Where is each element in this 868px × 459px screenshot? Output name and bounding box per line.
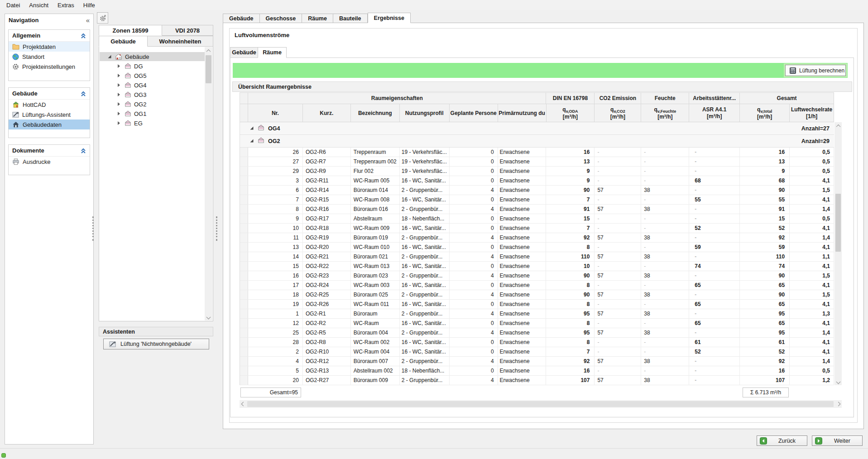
table-row[interactable]: 29OG2-R9Flur 00219 - Verkehrsfläc...0Erw… xyxy=(240,167,834,176)
table-row[interactable]: 14OG2-R21Büroraum 0212 - Gruppenbür...4E… xyxy=(240,252,834,262)
menu-ansicht[interactable]: Ansicht xyxy=(24,0,53,10)
chevron-double-up-icon[interactable] xyxy=(81,148,86,154)
tab-main-bauteile[interactable]: Bauteile xyxy=(333,14,368,23)
menu-datei[interactable]: Datei xyxy=(2,0,24,10)
weiter-button[interactable]: Weiter xyxy=(812,435,863,446)
scroll-right-icon[interactable] xyxy=(834,400,842,408)
table-row[interactable]: 16OG2-R23Büroraum 0232 - Gruppenbür...4E… xyxy=(240,271,834,281)
colgroup-raumeigenschaften[interactable]: Raumeigenschaften xyxy=(248,92,547,104)
table-row[interactable]: 12OG2-R2WC-Raum16 - WC, Sanitär...0Erwac… xyxy=(240,319,834,328)
table-scrollbar-horizontal[interactable] xyxy=(240,400,842,408)
tree-item-eg[interactable]: EG xyxy=(100,119,205,128)
tab-main-geschosse[interactable]: Geschosse xyxy=(260,14,302,23)
tree-item-root[interactable]: Gebäude xyxy=(100,52,205,61)
table-row[interactable]: 13OG2-R20WC-Raum 01016 - WC, Sanitär...0… xyxy=(240,243,834,252)
table-scrollbar-vertical[interactable] xyxy=(834,122,842,385)
table-row[interactable]: 7OG2-R15WC-Raum 00816 - WC, Sanitär...0E… xyxy=(240,195,834,205)
table-row[interactable]: 8OG2-R16Büroraum 0162 - Gruppenbür...4Er… xyxy=(240,205,834,214)
group-row-og2[interactable]: OG2Anzahl=29 xyxy=(240,135,834,148)
collapsed-arrow-icon[interactable] xyxy=(116,73,121,78)
scroll-down-icon[interactable] xyxy=(834,378,842,385)
tab-gebaeude[interactable]: Gebäude xyxy=(99,36,148,47)
table-row[interactable]: 25OG2-R5Büroraum 0042 - Gruppenbür...4Er… xyxy=(240,328,834,338)
tab-results-raeume[interactable]: Räume xyxy=(258,47,287,58)
table-row[interactable]: 9OG2-R17Abstellraum18 - Nebenfläch...0Er… xyxy=(240,214,834,224)
menu-hilfe[interactable]: Hilfe xyxy=(79,0,100,10)
column-header-bez[interactable]: Bezeichnung xyxy=(351,104,400,122)
table-row[interactable]: 11OG2-R19Büroraum 0192 - Gruppenbür...4E… xyxy=(240,233,834,243)
menu-extras[interactable]: Extras xyxy=(53,0,79,10)
scroll-down-icon[interactable] xyxy=(205,313,212,320)
column-header-prim[interactable]: Primärnutzung du xyxy=(498,104,547,122)
nav-item-projekteinstellungen[interactable]: Projekteinstellungen xyxy=(9,62,90,72)
tab-main-raeume[interactable]: Räume xyxy=(302,14,333,23)
nav-item-lueftungs-assistent[interactable]: Lüftungs-Assistent xyxy=(9,110,90,120)
tree-scrollbar[interactable] xyxy=(205,47,212,320)
zurueck-button[interactable]: Zurück xyxy=(757,435,807,446)
table-row[interactable]: 6OG2-R14Büroraum 0142 - Gruppenbür...4Er… xyxy=(240,186,834,195)
colgroup-gesamt[interactable]: Gesamt xyxy=(740,92,834,104)
scrollbar-thumb[interactable] xyxy=(247,401,834,407)
tab-zonen-18599[interactable]: Zonen 18599 xyxy=(99,25,162,36)
splitter-handle[interactable] xyxy=(92,216,94,241)
column-header-nr[interactable]: Nr. xyxy=(248,104,303,122)
table-row[interactable]: 10OG2-R18WC-Raum 00916 - WC, Sanitär...0… xyxy=(240,224,834,233)
collapsed-arrow-icon[interactable] xyxy=(116,102,121,106)
expanded-arrow-icon[interactable] xyxy=(249,126,254,130)
scroll-left-icon[interactable] xyxy=(240,400,247,408)
table-row[interactable]: 18OG2-R25Büroraum 0252 - Gruppenbür...4E… xyxy=(240,290,834,300)
nav-item-projektdaten[interactable]: Projektdaten xyxy=(9,42,90,52)
table-row[interactable]: 15OG2-R22WC-Raum 01316 - WC, Sanitär...0… xyxy=(240,262,834,271)
column-header-feuchte[interactable]: qv,Feuchte[m³/h] xyxy=(641,104,689,122)
table-row[interactable]: 3OG2-R11WC-Raum 00516 - WC, Sanitär...0E… xyxy=(240,176,834,186)
nav-item-hottcad[interactable]: HottCAD xyxy=(9,100,90,110)
splitter-handle[interactable] xyxy=(216,216,217,241)
table-row[interactable]: 20OG2-R27Büroraum 0092 - Gruppenbür...4E… xyxy=(240,376,834,385)
table-row[interactable]: 28OG2-R8WC-Raum 00216 - WC, Sanitär...0E… xyxy=(240,338,834,347)
table-row[interactable]: 2OG2-R10WC-Raum 00416 - WC, Sanitär...0E… xyxy=(240,347,834,357)
collapsed-arrow-icon[interactable] xyxy=(116,121,121,125)
table-row[interactable]: 17OG2-R24WC-Raum 00316 - WC, Sanitär...0… xyxy=(240,281,834,290)
expanded-arrow-icon[interactable] xyxy=(107,54,112,59)
chevron-double-up-icon[interactable] xyxy=(81,33,86,39)
table-row[interactable]: 27OG2-R7Treppenraum 00219 - Verkehrsfläc… xyxy=(240,157,834,167)
tab-main-ergebnisse[interactable]: Ergebnisse xyxy=(368,13,411,23)
column-header-kurz[interactable]: Kurz. xyxy=(303,104,351,122)
tab-results-gebaeude[interactable]: Gebäude xyxy=(230,47,258,58)
column-header-rate[interactable]: Luftwechselrate[1/h] xyxy=(790,104,834,122)
tree-item-og4[interactable]: OG4 xyxy=(100,81,205,90)
table-row[interactable]: 4OG2-R12Büroraum 0072 - Gruppenbür...4Er… xyxy=(240,357,834,366)
table-row[interactable]: 1OG2-R1Büroraum2 - Gruppenbür...4Erwachs… xyxy=(240,309,834,319)
chevron-double-up-icon[interactable] xyxy=(81,91,86,97)
column-header-oda[interactable]: qv,ODA[m³/h] xyxy=(547,104,595,122)
lueftung-berechnen-button[interactable]: Lüftung berechnen xyxy=(785,65,846,76)
tree-item-og5[interactable]: OG5 xyxy=(100,71,205,80)
colgroup-feuchte[interactable]: Feuchte xyxy=(641,92,689,104)
collapsed-arrow-icon[interactable] xyxy=(116,111,121,116)
colgroup-co2-emission[interactable]: CO2 Emission xyxy=(595,92,641,104)
group-row-og4[interactable]: OG4Anzahl=27 xyxy=(240,122,834,135)
tree-item-dg[interactable]: DG xyxy=(100,62,205,71)
tree-item-og1[interactable]: OG1 xyxy=(100,109,205,118)
tab-main-gebaeude[interactable]: Gebäude xyxy=(223,14,260,23)
table-row[interactable]: 26OG2-R6Treppenraum19 - Verkehrsfläc...0… xyxy=(240,148,834,157)
lueftung-nichtwohngebaeude-button[interactable]: Lüftung 'Nichtwohngebäude' xyxy=(103,339,209,349)
nav-item-ausdrucke[interactable]: Ausdrucke xyxy=(9,157,90,167)
collapsed-arrow-icon[interactable] xyxy=(116,92,121,97)
tree-item-og2[interactable]: OG2 xyxy=(100,100,205,109)
colgroup-arbeitsstaettenr[interactable]: Arbeitsstättenr... xyxy=(689,92,740,104)
tab-vdi-2078[interactable]: VDI 2078 xyxy=(162,25,213,36)
scroll-up-icon[interactable] xyxy=(205,47,212,54)
column-header-nutz[interactable]: Nutzungsprofil xyxy=(400,104,450,122)
nav-item-standort[interactable]: Standort xyxy=(9,52,90,62)
scrollbar-thumb[interactable] xyxy=(835,194,841,252)
column-header-co2[interactable]: qv,CO2[m³/h] xyxy=(595,104,641,122)
tree-item-og3[interactable]: OG3 xyxy=(100,90,205,99)
table-row[interactable]: 19OG2-R26WC-Raum 01116 - WC, Sanitär...0… xyxy=(240,300,834,309)
tab-wohneinheiten[interactable]: Wohneinheiten xyxy=(147,36,213,47)
collapse-panel-icon[interactable]: « xyxy=(86,16,90,24)
collapsed-arrow-icon[interactable] xyxy=(116,64,121,68)
scrollbar-thumb[interactable] xyxy=(206,55,211,83)
column-header-total[interactable]: qv,total[m³/h] xyxy=(740,104,790,122)
column-header-pers[interactable]: Geplante Persone xyxy=(450,104,498,122)
